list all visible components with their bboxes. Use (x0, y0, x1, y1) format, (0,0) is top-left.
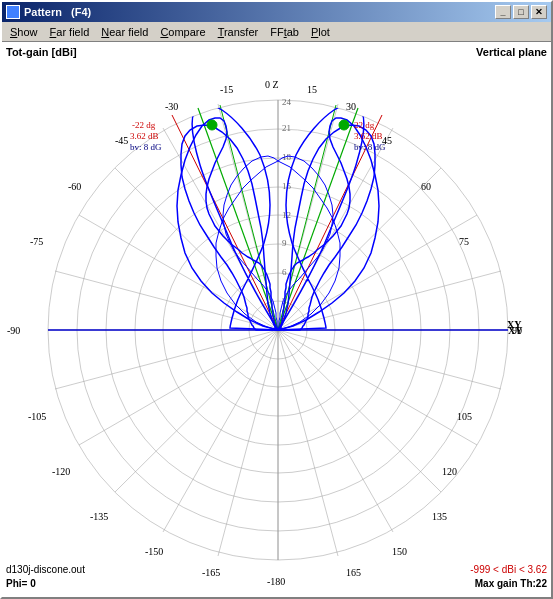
vertical-plane-label: Vertical plane (476, 46, 547, 58)
minimize-button[interactable]: _ (495, 5, 511, 19)
title-bar-text: Pattern (F4) (6, 5, 91, 19)
svg-text:30: 30 (346, 101, 356, 112)
svg-text:-15: -15 (220, 84, 233, 95)
svg-text:-180: -180 (267, 576, 285, 587)
close-button[interactable]: ✕ (531, 5, 547, 19)
svg-text:0 Z: 0 Z (265, 79, 279, 90)
svg-text:bv: 8 dG: bv: 8 dG (354, 142, 386, 152)
tot-gain-label: Tot-gain [dBi] (6, 46, 77, 58)
svg-text:-45: -45 (115, 135, 128, 146)
menu-farfield[interactable]: Far field (44, 24, 96, 40)
window-icon (6, 5, 20, 19)
svg-text:-165: -165 (202, 567, 220, 578)
menu-bar: Show Far field Near field Compare Transf… (2, 22, 551, 42)
svg-text:24: 24 (282, 97, 292, 107)
menu-transfer[interactable]: Transfer (212, 24, 265, 40)
svg-point-73 (207, 120, 217, 130)
svg-text:-135: -135 (90, 511, 108, 522)
svg-text:75: 75 (459, 236, 469, 247)
svg-text:105: 105 (457, 411, 472, 422)
svg-text:6: 6 (282, 267, 287, 277)
svg-text:-120: -120 (52, 466, 70, 477)
svg-text:21: 21 (282, 123, 291, 133)
svg-text:-60: -60 (68, 181, 81, 192)
window-title: Pattern (F4) (24, 6, 91, 18)
phi-label: Phi= 0 (6, 578, 36, 589)
svg-text:3.62 dB: 3.62 dB (130, 131, 159, 141)
svg-text:-105: -105 (28, 411, 46, 422)
range-label: -999 < dBi < 3.62 (470, 564, 547, 575)
svg-text:-30: -30 (165, 101, 178, 112)
maximize-button[interactable]: □ (513, 5, 529, 19)
svg-text:-22 dg: -22 dg (132, 120, 156, 130)
svg-text:135: 135 (432, 511, 447, 522)
svg-text:-75: -75 (30, 236, 43, 247)
svg-text:-90: -90 (7, 325, 20, 336)
menu-fftab[interactable]: FFtab (264, 24, 305, 40)
title-text: Pattern (24, 6, 62, 18)
svg-text:9: 9 (282, 238, 287, 248)
svg-text:22 dg: 22 dg (354, 120, 375, 130)
title-controls: _ □ ✕ (495, 5, 547, 19)
menu-compare[interactable]: Compare (154, 24, 211, 40)
window: Pattern (F4) _ □ ✕ Show Far field Near f… (0, 0, 553, 599)
svg-text:120: 120 (442, 466, 457, 477)
svg-text:60: 60 (421, 181, 431, 192)
svg-text:150: 150 (392, 546, 407, 557)
svg-point-74 (339, 120, 349, 130)
title-bar: Pattern (F4) _ □ ✕ (2, 2, 551, 22)
menu-show[interactable]: Show (4, 24, 44, 40)
svg-text:165: 165 (346, 567, 361, 578)
filename-label: d130j-discone.out (6, 564, 85, 575)
menu-nearfield[interactable]: Near field (95, 24, 154, 40)
polar-plot: 3 6 9 12 15 18 21 24 0 Z -15 15 -30 30 -… (2, 60, 551, 597)
title-shortcut: (F4) (71, 6, 91, 18)
svg-text:3.62 dB: 3.62 dB (354, 131, 383, 141)
max-gain-label: Max gain Th:22 (475, 578, 547, 589)
plot-area: Tot-gain [dBi] Vertical plane 600 MHz (2, 42, 551, 597)
svg-text:bv: 8 dG: bv: 8 dG (130, 142, 162, 152)
menu-plot[interactable]: Plot (305, 24, 336, 40)
svg-text:-150: -150 (145, 546, 163, 557)
svg-text:XY: XY (508, 325, 523, 336)
svg-text:15: 15 (307, 84, 317, 95)
